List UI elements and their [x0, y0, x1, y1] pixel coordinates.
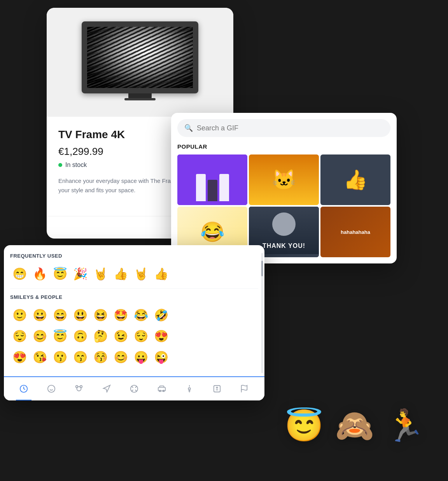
emoji-content: FREQUENTLY USED 😁 🔥 😇 🎉 🤘 👍 🤘 👍 SMILEYS … — [4, 245, 264, 376]
gif-grid: 🐱 👍 😂 THANK YOU! — [177, 154, 390, 257]
emoji-s7[interactable]: 😂 — [131, 305, 150, 324]
nav-activities[interactable] — [126, 382, 142, 396]
floating-emoji-runner: 🏃 — [386, 407, 425, 444]
emoji-s4[interactable]: 😃 — [71, 305, 89, 324]
gif-thumbsup[interactable]: 👍 — [320, 154, 390, 205]
gif-cat[interactable]: 🐱 — [249, 154, 319, 205]
stormtrooper-figures — [177, 154, 247, 205]
emoji-s6[interactable]: 🤩 — [111, 305, 130, 324]
floating-emoji-halo: 😇 — [285, 407, 324, 444]
emoji-picker: FREQUENTLY USED 😁 🔥 😇 🎉 🤘 👍 🤘 👍 SMILEYS … — [4, 245, 264, 400]
tv-screen — [82, 21, 198, 93]
tv-stand — [128, 93, 152, 100]
emoji-halo[interactable]: 😇 — [51, 264, 69, 283]
emoji-s12[interactable]: 🙃 — [71, 327, 89, 345]
emoji-grinning[interactable]: 😁 — [10, 264, 29, 283]
nav-objects[interactable] — [182, 382, 197, 396]
emoji-thumbsup2[interactable]: 👍 — [152, 264, 170, 283]
emoji-s2[interactable]: 😀 — [30, 305, 49, 324]
emoji-s16[interactable]: 😍 — [152, 327, 170, 345]
emoji-s20[interactable]: 😙 — [71, 348, 89, 366]
gif-search-input[interactable] — [197, 124, 383, 132]
emoji-horns2[interactable]: 🤘 — [131, 264, 150, 283]
cat-content: 🐱 — [249, 154, 319, 205]
smileys-row-2: 😌 😊 😇 🙃 🤔 😉 😌 😍 — [10, 327, 258, 345]
smileys-row-3: 😍 😘 😗 😙 😚 😊 😛 😜 — [10, 348, 258, 366]
stock-dot — [58, 163, 62, 167]
emoji-party[interactable]: 🎉 — [71, 264, 89, 283]
emoji-s24[interactable]: 😜 — [152, 348, 170, 366]
emoji-s14[interactable]: 😉 — [111, 327, 130, 345]
emoji-fire[interactable]: 🔥 — [30, 264, 49, 283]
emoji-divider-1 — [10, 288, 258, 289]
emoji-s8[interactable]: 🤣 — [152, 305, 170, 324]
hahaha-content: hahahahaha — [320, 207, 390, 257]
thumbsup-content: 👍 — [320, 154, 390, 205]
emoji-s17[interactable]: 😍 — [10, 348, 29, 366]
svg-point-6 — [80, 386, 82, 388]
nav-recent[interactable] — [16, 382, 32, 396]
floating-emoji-monkey: 🙈 — [335, 407, 374, 444]
frequently-used-title: FREQUENTLY USED — [10, 253, 258, 259]
smileys-row-1: 🙂 😀 😄 😃 😆 🤩 😂 🤣 — [10, 305, 258, 324]
search-icon: 🔍 — [184, 124, 193, 132]
svg-point-1 — [48, 385, 55, 392]
emoji-s3[interactable]: 😄 — [51, 305, 69, 324]
nav-travel[interactable] — [154, 382, 170, 396]
tv-frame — [82, 21, 198, 103]
floating-emojis: 😇 🙈 🏃 — [285, 407, 425, 444]
gif-search-bar: 🔍 — [177, 119, 390, 137]
gif-hahaha[interactable]: hahahahaha — [320, 207, 390, 257]
emoji-s18[interactable]: 😘 — [30, 348, 49, 366]
popular-label: POPULAR — [177, 143, 390, 150]
emoji-horns1[interactable]: 🤘 — [91, 264, 110, 283]
product-image-area — [47, 8, 233, 117]
nav-smileys[interactable] — [44, 382, 59, 396]
stock-label: In stock — [65, 162, 87, 169]
emoji-s22[interactable]: 😊 — [111, 348, 130, 366]
nav-flags[interactable] — [236, 382, 252, 396]
emoji-nav — [4, 376, 264, 400]
emoji-scrollbar-thumb[interactable] — [261, 261, 263, 276]
nav-symbols[interactable] — [209, 382, 225, 396]
emoji-s10[interactable]: 😊 — [30, 327, 49, 345]
thank-you-text: THANK YOU! — [262, 242, 305, 249]
smileys-title: SMILEYS & PEOPLE — [10, 294, 258, 300]
emoji-scrollbar[interactable] — [261, 253, 263, 373]
haha-text: hahahahaha — [341, 229, 370, 235]
nav-food[interactable] — [99, 382, 114, 396]
zebra-art — [87, 27, 193, 88]
emoji-s21[interactable]: 😚 — [91, 348, 110, 366]
stormtrooper-content — [177, 154, 247, 205]
emoji-s13[interactable]: 🤔 — [91, 327, 110, 345]
frequently-used-row: 😁 🔥 😇 🎉 🤘 👍 🤘 👍 — [10, 264, 258, 283]
emoji-s11[interactable]: 😇 — [51, 327, 69, 345]
emoji-s1[interactable]: 🙂 — [10, 305, 29, 324]
emoji-s19[interactable]: 😗 — [51, 348, 69, 366]
emoji-s23[interactable]: 😛 — [131, 348, 150, 366]
nav-animals[interactable] — [71, 382, 87, 396]
emoji-s9[interactable]: 😌 — [10, 327, 29, 345]
emoji-thumbsup1[interactable]: 👍 — [111, 264, 130, 283]
emoji-s5[interactable]: 😆 — [91, 305, 110, 324]
emoji-s15[interactable]: 😌 — [131, 327, 150, 345]
gif-stormtroopers[interactable] — [177, 154, 247, 205]
svg-point-5 — [76, 386, 78, 388]
tv-display — [87, 27, 193, 88]
gif-picker: 🔍 POPULAR 🐱 👍 — [171, 113, 397, 263]
zebra-stripes — [87, 27, 193, 88]
